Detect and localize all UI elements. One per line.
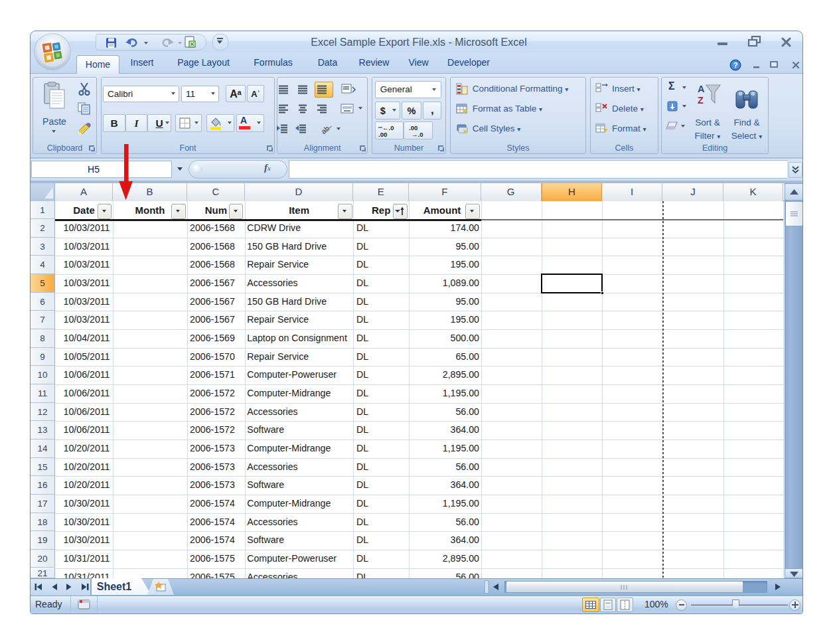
svg-text:?: ? — [733, 61, 738, 69]
svg-text:A: A — [698, 84, 705, 94]
svg-text:ab: ab — [321, 124, 331, 135]
svg-text:Z: Z — [698, 95, 704, 106]
svg-text:→.0: →.0 — [412, 131, 423, 138]
svg-text:.00: .00 — [378, 131, 387, 138]
